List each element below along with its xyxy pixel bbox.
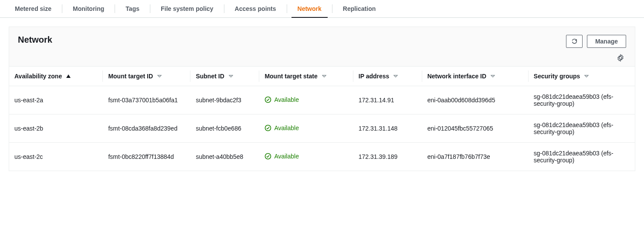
check-circle-icon bbox=[264, 153, 271, 160]
settings-button[interactable] bbox=[615, 52, 626, 64]
cell-ip: 172.31.31.148 bbox=[353, 114, 422, 143]
tab-separator bbox=[287, 4, 287, 13]
cell-eni: eni-0a7f187fb76b7f73e bbox=[422, 143, 529, 171]
table-row: us-east-2bfsmt-08cda368fa8d239edsubnet-f… bbox=[9, 114, 635, 143]
panel-actions: Manage bbox=[566, 35, 626, 64]
cell-subnet-id: subnet-9bdac2f3 bbox=[190, 86, 259, 114]
col-label: Security groups bbox=[534, 73, 580, 80]
refresh-button[interactable] bbox=[566, 35, 583, 48]
cell-eni: eni-012045fbc55727065 bbox=[422, 114, 529, 143]
cell-state: Available bbox=[259, 86, 353, 114]
network-panel: Network Manage Availability zone Mount t… bbox=[9, 27, 635, 171]
gear-icon bbox=[617, 54, 624, 62]
table-row: us-east-2afsmt-03a737001b5a06fa1subnet-9… bbox=[9, 86, 635, 114]
cell-mount-target-id: fsmt-08cda368fa8d239ed bbox=[103, 114, 190, 143]
cell-az: us-east-2a bbox=[9, 86, 103, 114]
tab-separator bbox=[150, 4, 150, 13]
cell-subnet-id: subnet-a40bb5e8 bbox=[190, 143, 259, 171]
tab-network[interactable]: Network bbox=[291, 0, 328, 17]
table-row: us-east-2cfsmt-0bc8220ff7f13884dsubnet-a… bbox=[9, 143, 635, 171]
col-network-interface-id[interactable]: Network interface ID bbox=[422, 67, 529, 86]
cell-az: us-east-2b bbox=[9, 114, 103, 143]
cell-mount-target-id: fsmt-0bc8220ff7f13884d bbox=[103, 143, 190, 171]
sort-icon bbox=[491, 74, 495, 78]
col-availability-zone[interactable]: Availability zone bbox=[9, 67, 103, 86]
tab-separator bbox=[115, 4, 115, 13]
state-text: Available bbox=[274, 153, 299, 160]
tab-separator bbox=[224, 4, 224, 13]
cell-state: Available bbox=[259, 114, 353, 143]
col-security-groups[interactable]: Security groups bbox=[529, 67, 635, 86]
sort-asc-icon bbox=[66, 74, 71, 78]
state-text: Available bbox=[274, 96, 299, 103]
cell-az: us-east-2c bbox=[9, 143, 103, 171]
sort-icon bbox=[229, 74, 233, 78]
col-label: IP address bbox=[359, 73, 390, 80]
tab-separator bbox=[62, 4, 62, 13]
tab-file-system-policy[interactable]: File system policy bbox=[155, 0, 220, 17]
col-label: Subnet ID bbox=[196, 73, 224, 80]
col-label: Mount target ID bbox=[108, 73, 153, 80]
sort-icon bbox=[393, 74, 398, 78]
manage-button[interactable]: Manage bbox=[587, 35, 626, 48]
sort-icon bbox=[584, 74, 589, 78]
col-subnet-id[interactable]: Subnet ID bbox=[190, 67, 259, 86]
panel-header: Network Manage bbox=[9, 27, 635, 66]
sort-icon bbox=[322, 74, 326, 78]
state-text: Available bbox=[274, 124, 299, 131]
cell-mount-target-id: fsmt-03a737001b5a06fa1 bbox=[103, 86, 190, 114]
tab-metered-size[interactable]: Metered size bbox=[9, 0, 58, 17]
sort-icon bbox=[157, 74, 162, 78]
cell-subnet-id: subnet-fcb0e686 bbox=[190, 114, 259, 143]
cell-state: Available bbox=[259, 143, 353, 171]
cell-ip: 172.31.14.91 bbox=[353, 86, 422, 114]
tab-separator bbox=[332, 4, 332, 13]
col-ip-address[interactable]: IP address bbox=[353, 67, 422, 86]
tab-replication[interactable]: Replication bbox=[337, 0, 382, 17]
table-header-row: Availability zone Mount target ID Subnet… bbox=[9, 67, 635, 86]
check-circle-icon bbox=[264, 124, 271, 131]
cell-eni: eni-0aab00d608dd396d5 bbox=[422, 86, 529, 114]
check-circle-icon bbox=[264, 96, 271, 103]
refresh-icon bbox=[571, 38, 578, 45]
tabs-bar: Metered sizeMonitoringTagsFile system po… bbox=[0, 0, 644, 18]
panel-title: Network bbox=[18, 35, 52, 45]
cell-sg: sg-081dc21deaea59b03 (efs-security-group… bbox=[529, 114, 635, 143]
col-label: Mount target state bbox=[264, 73, 317, 80]
cell-ip: 172.31.39.189 bbox=[353, 143, 422, 171]
tab-tags[interactable]: Tags bbox=[119, 0, 146, 17]
network-table: Availability zone Mount target ID Subnet… bbox=[9, 66, 635, 171]
col-mount-target-id[interactable]: Mount target ID bbox=[103, 67, 190, 86]
col-label: Network interface ID bbox=[427, 73, 486, 80]
col-mount-target-state[interactable]: Mount target state bbox=[259, 67, 353, 86]
tab-access-points[interactable]: Access points bbox=[229, 0, 282, 17]
tab-monitoring[interactable]: Monitoring bbox=[67, 0, 110, 17]
col-label: Availability zone bbox=[14, 73, 62, 80]
cell-sg: sg-081dc21deaea59b03 (efs-security-group… bbox=[529, 143, 635, 171]
cell-sg: sg-081dc21deaea59b03 (efs-security-group… bbox=[529, 86, 635, 114]
